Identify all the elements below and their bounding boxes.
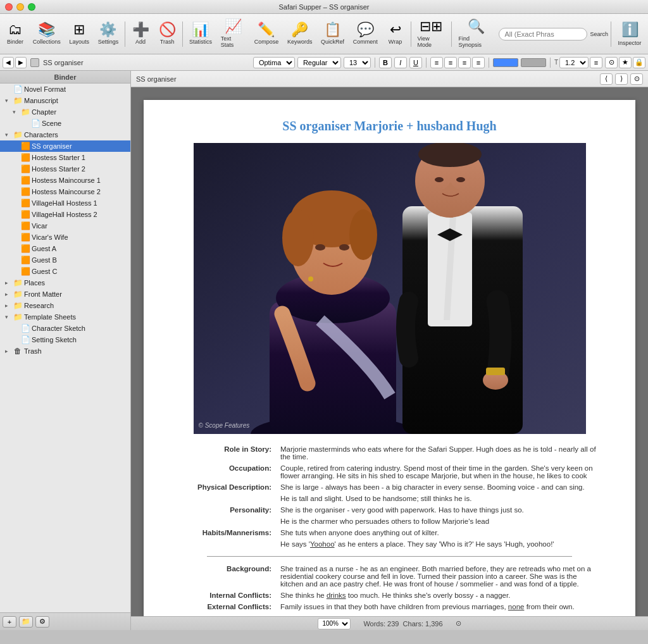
sidebar-item-hostess-starter-2[interactable]: 🟧 Hostess Starter 2 — [0, 163, 130, 175]
lock-button[interactable]: 🔒 — [633, 57, 645, 68]
find-synopsis-label: Find Synopsis — [458, 35, 494, 48]
highlight-color-box[interactable] — [521, 58, 546, 67]
find-synopsis-button[interactable]: 🔍 Find Synopsis — [454, 17, 497, 51]
sidebar-item-scene[interactable]: 📄 Scene — [0, 118, 130, 129]
sidebar-item-hostess-starter-1[interactable]: 🟧 Hostess Starter 1 — [0, 152, 130, 163]
sidebar-item-character-sketch[interactable]: 📄 Character Sketch — [0, 323, 130, 334]
toolbar-separator-1 — [125, 22, 125, 47]
sidebar-item-vicars-wife[interactable]: 🟧 Vicar's Wife — [0, 232, 130, 243]
align-left-button[interactable]: ≡ — [430, 57, 443, 68]
binder-button[interactable]: 🗂 Binder — [3, 20, 28, 47]
zoom-select[interactable]: 100% — [318, 618, 351, 629]
settings-button[interactable]: ⚙️ Settings — [94, 20, 122, 47]
sidebar-item-setting-sketch[interactable]: 📄 Setting Sketch — [0, 334, 130, 345]
quickref-button[interactable]: 📋 QuickRef — [317, 20, 348, 47]
doc-header-action-3[interactable]: ⊙ — [630, 73, 643, 85]
line-spacing-select[interactable]: 1.2 — [559, 57, 589, 68]
binder-settings-button[interactable]: ⚙ — [35, 616, 49, 628]
comment-button[interactable]: 💬 Comment — [349, 20, 382, 47]
field-value-habits[interactable]: She tuts when anyone does anything out o… — [277, 527, 604, 538]
statistics-button[interactable]: 📊 Statistics — [185, 20, 216, 47]
hostess-maincourse-2-icon: 🟧 — [20, 187, 30, 196]
view-mode-button[interactable]: ⊟⊞ View Mode — [414, 17, 449, 51]
nav-forward-button[interactable]: ▶ — [15, 57, 27, 68]
underline-button[interactable]: U — [409, 57, 422, 68]
sidebar-item-template-sheets[interactable]: ▾ 📁 Template Sheets — [0, 311, 130, 323]
text-color-box[interactable] — [493, 58, 518, 67]
keywords-button[interactable]: 🔑 Keywords — [284, 20, 316, 47]
sidebar-item-characters[interactable]: ▾ 📁 Characters — [0, 129, 130, 140]
add-button[interactable]: ➕ Add — [128, 20, 153, 47]
guest-a-icon: 🟧 — [20, 244, 30, 253]
sidebar-item-places[interactable]: ▸ 📁 Places — [0, 277, 130, 288]
field-value-personality[interactable]: She is the organiser - very good with pa… — [277, 504, 604, 516]
collections-button[interactable]: 📚 Collections — [29, 20, 65, 47]
field-value-physical[interactable]: She is large - always has been - a big c… — [277, 481, 604, 493]
sidebar-item-guest-c[interactable]: 🟧 Guest C — [0, 266, 130, 277]
doc-header-action-1[interactable]: ⟨ — [600, 73, 613, 85]
snapshot-button[interactable]: ⊙ — [605, 57, 618, 68]
guest-a-label: Guest A — [32, 245, 129, 252]
doc-content[interactable]: SS organiser Marjorie + husband Hugh — [131, 87, 648, 616]
sidebar-item-novel-format[interactable]: 📄 Novel Format — [0, 84, 130, 95]
alignment-group: ≡ ≡ ≡ ≡ — [430, 57, 485, 68]
field-value-personality-2[interactable]: He is the charmer who persuades others t… — [277, 516, 604, 527]
sidebar-item-vicar[interactable]: 🟧 Vicar — [0, 220, 130, 232]
formatbar-sep-1 — [375, 58, 375, 68]
photo-svg — [194, 143, 586, 434]
sidebar-item-research[interactable]: ▸ 📁 Research — [0, 300, 130, 311]
align-right-button[interactable]: ≡ — [458, 57, 471, 68]
sidebar-item-manuscript[interactable]: ▾ 📁 Manuscript — [0, 95, 130, 106]
italic-button[interactable]: I — [394, 57, 407, 68]
sidebar-item-chapter[interactable]: ▾ 📁 Chapter — [0, 106, 130, 118]
sidebar-item-hostess-maincourse-2[interactable]: 🟧 Hostess Maincourse 2 — [0, 186, 130, 197]
sidebar-item-hostess-maincourse-1[interactable]: 🟧 Hostess Maincourse 1 — [0, 175, 130, 186]
trash-toolbar-button[interactable]: 🚫 Trash — [154, 20, 180, 47]
chapter-icon: 📁 — [20, 108, 30, 116]
add-folder-button[interactable]: 📁 — [19, 616, 33, 628]
field-value-external[interactable]: Family issues in that they both have chi… — [277, 601, 604, 612]
sidebar-item-villagehall-hostess-1[interactable]: 🟧 VillageHall Hostess 1 — [0, 197, 130, 209]
text-stats-button[interactable]: 📈 Text Stats — [217, 17, 249, 51]
align-justify-button[interactable]: ≡ — [472, 57, 485, 68]
field-value-occupation[interactable]: Couple, retired from catering industry. … — [277, 462, 604, 481]
sidebar-item-villagehall-hostess-2[interactable]: 🟧 VillageHall Hostess 2 — [0, 209, 130, 220]
font-style-select[interactable]: Regular — [297, 57, 341, 68]
bookmark-button[interactable]: ★ — [619, 57, 632, 68]
window-controls[interactable] — [5, 3, 35, 11]
field-value-background[interactable]: She trained as a nurse - he as an engine… — [277, 563, 604, 590]
field-value-internal[interactable]: She thinks he drinks too much. He thinks… — [277, 590, 604, 601]
inspector-button[interactable]: ℹ️ Inspector — [614, 19, 645, 49]
font-name-select[interactable]: Optima — [253, 57, 295, 68]
search-input[interactable] — [499, 28, 587, 40]
close-button[interactable] — [5, 3, 13, 11]
nav-back-button[interactable]: ◀ — [3, 57, 14, 68]
sidebar-item-guest-b[interactable]: 🟧 Guest B — [0, 254, 130, 266]
sidebar-item-front-matter[interactable]: ▸ 📁 Front Matter — [0, 288, 130, 300]
font-size-select[interactable]: 13 — [344, 57, 371, 68]
add-binder-button[interactable]: + — [3, 616, 16, 628]
sidebar-item-trash[interactable]: ▸ 🗑 Trash — [0, 345, 130, 357]
comment-label: Comment — [353, 39, 378, 45]
field-label-role: Role in Story: — [175, 443, 277, 462]
field-value-habits-2[interactable]: He says 'Yoohoo' as he enters a place. T… — [277, 538, 604, 550]
keywords-icon: 🔑 — [291, 23, 308, 37]
field-value-physical-2[interactable]: He is tall and slight. Used to be handso… — [277, 493, 604, 504]
minimize-button[interactable] — [16, 3, 24, 11]
wrap-button[interactable]: ↩ Wrap — [383, 20, 408, 47]
doc-header-action-2[interactable]: ⟩ — [615, 73, 628, 85]
layouts-button[interactable]: ⊞ Layouts — [66, 20, 93, 47]
bold-button[interactable]: B — [379, 57, 392, 68]
compose-button[interactable]: ✏️ Compose — [251, 20, 282, 47]
binder-header-label: Binder — [54, 73, 77, 81]
list-button[interactable]: ≡ — [590, 57, 602, 68]
sidebar-item-ss-organiser[interactable]: 🟧 SS organiser — [0, 140, 130, 152]
sidebar-item-guest-a[interactable]: 🟧 Guest A — [0, 243, 130, 254]
field-value-role[interactable]: Marjorie masterminds who eats where for … — [277, 443, 604, 462]
formatbar-sep-2 — [426, 58, 427, 68]
svg-point-7 — [282, 209, 314, 266]
maximize-button[interactable] — [28, 3, 35, 11]
align-center-button[interactable]: ≡ — [444, 57, 457, 68]
quickref-label: QuickRef — [321, 39, 344, 45]
trash-binder-icon: 🗑 — [13, 347, 23, 356]
